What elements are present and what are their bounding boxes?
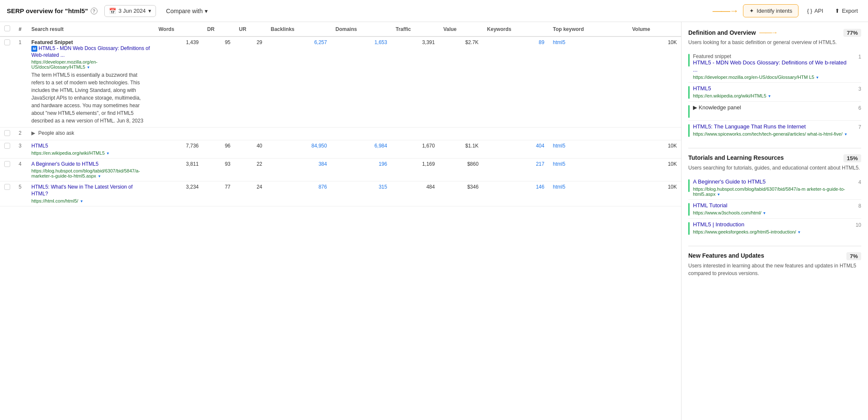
row-checkbox[interactable]	[4, 143, 10, 149]
row-keywords[interactable]: 217	[483, 158, 548, 181]
row-result-cell: HTML5 https://en.wikipedia.org/wiki/HTML…	[27, 140, 154, 159]
row-number: 5	[14, 181, 27, 206]
url-dropdown-icon[interactable]: ▾	[81, 199, 83, 203]
arrow-icon: ——→	[759, 29, 777, 36]
row-keywords[interactable]: 146	[483, 181, 548, 206]
intent-item-link[interactable]: HTML5	[693, 85, 849, 92]
url-dropdown-icon[interactable]: ▾	[87, 65, 89, 70]
intent-item-link[interactable]: HTML Tutorial	[693, 202, 849, 209]
knowledge-panel-label: ▶ Knowledge panel	[693, 104, 741, 111]
row-words: 3,234	[154, 181, 203, 206]
row-checkbox-cell[interactable]	[0, 158, 14, 181]
row-backlinks[interactable]: 876	[267, 181, 331, 206]
url-dropdown-icon[interactable]: ▾	[718, 192, 720, 197]
result-url: https://blog.hubspot.com/blog/tabid/6307…	[31, 168, 150, 178]
result-title-link[interactable]: HTML5: What's New in The Latest Version …	[31, 184, 150, 197]
row-dr: 93	[203, 158, 235, 181]
intent-item: HTML5: The Language That Runs the Intern…	[688, 120, 861, 139]
intent-item-content: HTML5: The Language That Runs the Intern…	[693, 123, 849, 136]
row-domains[interactable]: 315	[331, 181, 391, 206]
row-top-keyword[interactable]: html5	[548, 140, 628, 159]
row-traffic: 484	[391, 181, 439, 206]
intent-item-content: HTML5 | Introduction https://www.geeksfo…	[693, 221, 849, 234]
intent-header: New Features and Updates 7%	[688, 252, 861, 260]
row-domains[interactable]: 196	[331, 158, 391, 181]
url-dropdown-icon[interactable]: ▾	[768, 94, 771, 98]
col-dr[interactable]: DR	[203, 22, 235, 36]
url-dropdown-icon[interactable]: ▾	[107, 151, 109, 156]
url-dropdown-icon[interactable]: ▾	[845, 132, 847, 136]
result-url: https://developer.mozilla.org/en-US/docs…	[31, 59, 150, 70]
url-dropdown-icon[interactable]: ▾	[816, 75, 818, 80]
intent-item-num: 7	[853, 124, 861, 130]
page-header: SERP overview for "html5" ? 📅 3 Jun 2024…	[0, 0, 868, 22]
intent-section-features: New Features and Updates 7% Users intere…	[688, 252, 861, 277]
result-title-link[interactable]: A Beginner's Guide to HTML5	[31, 161, 150, 168]
col-volume[interactable]: Volume	[628, 22, 682, 36]
info-icon[interactable]: ?	[91, 8, 97, 14]
col-traffic[interactable]: Traffic	[391, 22, 439, 36]
row-checkbox[interactable]	[4, 184, 10, 190]
row-top-keyword[interactable]: html5	[548, 181, 628, 206]
row-backlinks[interactable]: 6,257	[267, 36, 331, 128]
expand-icon[interactable]: ▶	[31, 130, 35, 136]
intent-item: Featured snippet HTML5 - MDN Web Docs Gl…	[688, 50, 861, 82]
row-words: 1,439	[154, 36, 203, 128]
intent-item-link[interactable]: HTML5: The Language That Runs the Intern…	[693, 123, 849, 131]
row-keywords[interactable]: 404	[483, 140, 548, 159]
row-volume: 10K	[628, 140, 682, 159]
row-top-keyword[interactable]: html5	[548, 158, 628, 181]
row-checkbox[interactable]	[4, 161, 10, 167]
row-checkbox-cell[interactable]	[0, 181, 14, 206]
intent-item-content: Featured snippet HTML5 - MDN Web Docs Gl…	[693, 53, 849, 80]
select-all-checkbox[interactable]	[4, 25, 10, 31]
col-keywords[interactable]: Keywords	[483, 22, 548, 36]
row-checkbox-cell[interactable]	[0, 140, 14, 159]
col-value[interactable]: Value	[439, 22, 483, 36]
table-row: 4 A Beginner's Guide to HTML5 https://bl…	[0, 158, 681, 181]
url-dropdown-icon[interactable]: ▾	[98, 174, 100, 178]
url-dropdown-icon[interactable]: ▾	[763, 211, 765, 215]
col-top-keyword[interactable]: Top keyword	[548, 22, 628, 36]
intent-item-num: 4	[853, 179, 861, 185]
row-backlinks[interactable]: 384	[267, 158, 331, 181]
row-value: $346	[439, 181, 483, 206]
col-checkbox[interactable]	[0, 22, 14, 36]
intent-item-link[interactable]: A Beginner's Guide to HTML5	[693, 178, 849, 186]
row-value: $2.7K	[439, 36, 483, 128]
compare-with-button[interactable]: Compare with ▾	[163, 6, 211, 17]
col-domains[interactable]: Domains	[331, 22, 391, 36]
col-words[interactable]: Words	[154, 22, 203, 36]
row-traffic: 3,391	[391, 36, 439, 128]
row-domains[interactable]: 6,984	[331, 140, 391, 159]
identify-intents-button[interactable]: ✦ Identify intents	[743, 4, 798, 17]
intent-item-link[interactable]: HTML5 | Introduction	[693, 221, 849, 228]
arrow-icon: ——→	[712, 6, 738, 17]
api-button[interactable]: { } API	[804, 6, 826, 16]
row-checkbox[interactable]	[4, 39, 10, 45]
result-title-link[interactable]: HTML5	[31, 143, 150, 150]
row-backlinks[interactable]: 84,950	[267, 140, 331, 159]
table-row: 1 Featured Snippet MHTML5 - MDN Web Docs…	[0, 36, 681, 128]
intent-description: Users searching for tutorials, guides, a…	[688, 164, 861, 172]
row-domains[interactable]: 1,653	[331, 36, 391, 128]
row-checkbox[interactable]	[4, 130, 10, 136]
url-dropdown-icon[interactable]: ▾	[798, 230, 800, 234]
col-ur[interactable]: UR	[235, 22, 267, 36]
intent-bar	[688, 105, 690, 118]
table-header-row: # Search result Words DR UR Backlinks Do…	[0, 22, 681, 36]
intent-title: Tutorials and Learning Resources	[688, 154, 784, 161]
col-backlinks[interactable]: Backlinks	[267, 22, 331, 36]
intents-panel: Definition and Overview ——→ 77% Users lo…	[682, 22, 868, 420]
row-top-keyword[interactable]: html5	[548, 36, 628, 128]
intent-item-link[interactable]: HTML5 - MDN Web Docs Glossary: Definitio…	[693, 59, 849, 74]
row-checkbox-cell[interactable]	[0, 36, 14, 128]
row-result-cell: Featured Snippet MHTML5 - MDN Web Docs G…	[27, 36, 154, 128]
result-title-link[interactable]: MHTML5 - MDN Web Docs Glossary: Definiti…	[31, 45, 150, 58]
row-ur: 22	[235, 158, 267, 181]
row-checkbox-cell[interactable]	[0, 128, 14, 140]
date-picker-button[interactable]: 📅 3 Jun 2024 ▾	[104, 5, 156, 17]
row-paa[interactable]: ▶ People also ask	[27, 128, 681, 140]
export-button[interactable]: ⬆ Export	[832, 6, 861, 16]
row-keywords[interactable]: 89	[483, 36, 548, 128]
